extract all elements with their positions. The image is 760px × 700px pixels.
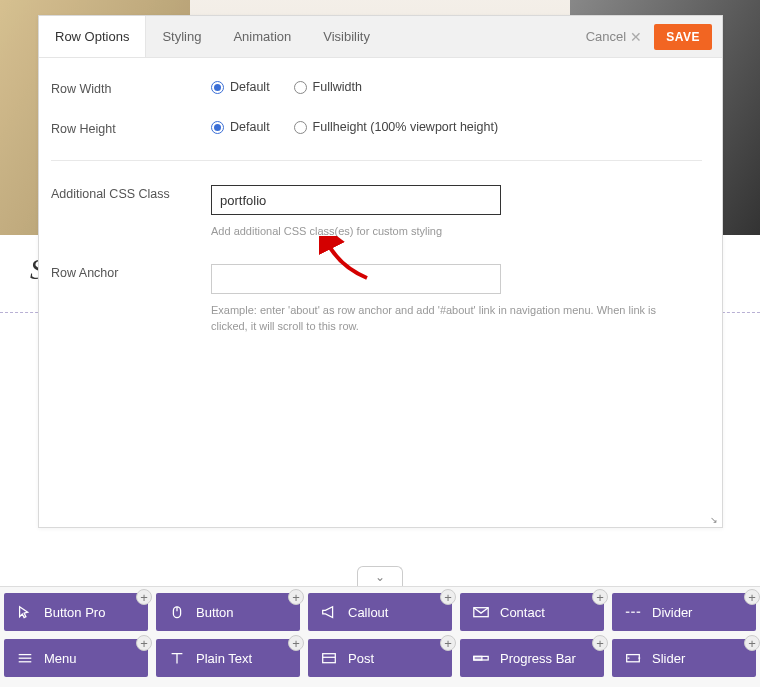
row-height-default[interactable]: Default [211,120,270,134]
slider-icon [624,651,642,665]
divider [51,160,702,161]
radio-label: Default [230,120,270,134]
element-contact[interactable]: Contact+ [460,593,604,631]
add-element-button[interactable]: + [744,589,760,605]
element-label: Progress Bar [500,651,576,666]
progress-icon [472,651,490,665]
row-height-options: Default Fullheight (100% viewport height… [211,120,702,134]
cancel-label: Cancel [586,29,626,44]
radio-icon [294,121,307,134]
post-icon [320,651,338,665]
add-element-button[interactable]: + [592,635,608,651]
element-progress-bar[interactable]: Progress Bar+ [460,639,604,677]
element-label: Divider [652,605,692,620]
element-label: Slider [652,651,685,666]
element-label: Contact [500,605,545,620]
add-element-button[interactable]: + [288,635,304,651]
element-plain-text[interactable]: Plain Text+ [156,639,300,677]
save-button[interactable]: SAVE [654,24,712,50]
add-element-button[interactable]: + [744,635,760,651]
tab-visibility[interactable]: Visibility [307,16,386,57]
dialog-body: Row Width Default Fullwidth Row Height D… [39,58,722,335]
element-divider[interactable]: Divider+ [612,593,756,631]
radio-label: Fullheight (100% viewport height) [313,120,499,134]
row-height-fullheight[interactable]: Fullheight (100% viewport height) [294,120,499,134]
radio-icon [211,121,224,134]
row-width-label: Row Width [51,80,211,96]
row-height-row: Row Height Default Fullheight (100% view… [51,120,702,136]
add-element-button[interactable]: + [440,635,456,651]
row-width-row: Row Width Default Fullwidth [51,80,702,96]
element-label: Button [196,605,234,620]
element-label: Menu [44,651,77,666]
row-width-fullwidth[interactable]: Fullwidth [294,80,362,94]
css-class-helper: Add additional CSS class(es) for custom … [211,223,691,240]
close-icon: ✕ [630,29,642,45]
radio-label: Fullwidth [313,80,362,94]
css-class-input[interactable] [211,185,501,215]
dashes-icon [624,605,642,619]
expand-toggle[interactable]: ⌄ [357,566,403,586]
svg-rect-9 [323,654,336,663]
add-element-button[interactable]: + [440,589,456,605]
svg-rect-12 [474,656,482,660]
row-anchor-label: Row Anchor [51,264,211,280]
radio-label: Default [230,80,270,94]
element-post[interactable]: Post+ [308,639,452,677]
row-height-label: Row Height [51,120,211,136]
cursor-icon [16,605,34,619]
add-element-button[interactable]: + [136,635,152,651]
radio-icon [294,81,307,94]
element-slider[interactable]: Slider+ [612,639,756,677]
text-icon [168,651,186,665]
tab-animation[interactable]: Animation [217,16,307,57]
dialog-tabs: Row Options Styling Animation Visibility [39,16,386,57]
megaphone-icon [320,605,338,619]
row-anchor-helper: Example: enter 'about' as row anchor and… [211,302,691,335]
add-element-button[interactable]: + [136,589,152,605]
css-class-row: Additional CSS Class Add additional CSS … [51,185,702,240]
element-button[interactable]: Button+ [156,593,300,631]
add-element-button[interactable]: + [288,589,304,605]
dialog-header: Row Options Styling Animation Visibility… [39,16,722,58]
element-toolbar: Button Pro+Button+Callout+Contact+Divide… [0,586,760,687]
row-anchor-input[interactable] [211,264,501,294]
tab-styling[interactable]: Styling [146,16,217,57]
element-label: Button Pro [44,605,105,620]
row-options-dialog: Row Options Styling Animation Visibility… [38,15,723,528]
element-callout[interactable]: Callout+ [308,593,452,631]
mouse-icon [168,605,186,619]
radio-icon [211,81,224,94]
tab-row-options[interactable]: Row Options [39,16,146,57]
element-button-pro[interactable]: Button Pro+ [4,593,148,631]
css-class-label: Additional CSS Class [51,185,211,201]
row-width-default[interactable]: Default [211,80,270,94]
add-element-button[interactable]: + [592,589,608,605]
row-width-options: Default Fullwidth [211,80,702,94]
element-label: Post [348,651,374,666]
envelope-icon [472,605,490,619]
resize-handle[interactable] [708,513,718,523]
element-menu[interactable]: Menu+ [4,639,148,677]
cancel-button[interactable]: Cancel ✕ [586,29,642,45]
element-label: Plain Text [196,651,252,666]
row-anchor-row: Row Anchor Example: enter 'about' as row… [51,264,702,335]
menu-icon [16,651,34,665]
chevron-down-icon: ⌄ [375,570,385,584]
element-label: Callout [348,605,388,620]
